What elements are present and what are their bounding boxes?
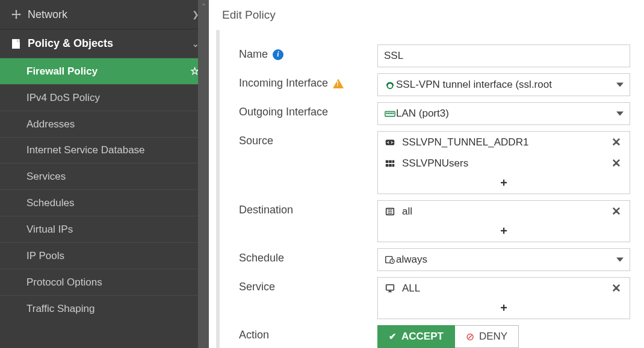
addr-range-icon bbox=[384, 138, 396, 147]
outgoing-interface-select[interactable]: LAN (port3) bbox=[377, 102, 630, 125]
addr-all-icon bbox=[384, 207, 396, 216]
sidebar-label-policy-objects: Policy & Objects bbox=[28, 37, 192, 50]
svg-rect-14 bbox=[392, 163, 395, 166]
incoming-interface-select[interactable]: SSL-VPN tunnel interface (ssl.root bbox=[377, 73, 630, 96]
svg-rect-13 bbox=[389, 163, 392, 166]
label-outgoing-interface: Outgoing Interface bbox=[239, 102, 377, 118]
remove-icon[interactable]: ✕ bbox=[609, 156, 624, 170]
schedule-select[interactable]: always bbox=[377, 248, 630, 271]
destination-box[interactable]: all ✕ + bbox=[377, 200, 630, 242]
row-service: Service ALL ✕ + bbox=[239, 277, 638, 319]
sidebar-label-network: Network bbox=[28, 8, 192, 21]
sidebar-item-ipv4-dos-policy[interactable]: IPv4 DoS Policy bbox=[0, 84, 209, 111]
caret-down-icon bbox=[616, 83, 624, 87]
info-icon[interactable]: i bbox=[273, 49, 283, 60]
row-destination: Destination all ✕ + bbox=[239, 200, 638, 242]
action-toggle: ACCEPT ⊘ DENY bbox=[377, 325, 630, 348]
move-icon bbox=[8, 10, 24, 19]
add-service[interactable]: + bbox=[378, 299, 630, 319]
group-icon bbox=[384, 159, 396, 168]
sidebar-item-services[interactable]: Services bbox=[0, 163, 209, 189]
svg-point-1 bbox=[388, 83, 393, 88]
svg-rect-12 bbox=[386, 163, 389, 166]
sidebar-item-policy-objects[interactable]: Policy & Objects ⌄ bbox=[0, 29, 209, 58]
label-destination: Destination bbox=[239, 200, 377, 216]
source-item-0[interactable]: SSLVPN_TUNNEL_ADDR1 ✕ bbox=[378, 132, 630, 153]
svg-rect-3 bbox=[386, 112, 388, 114]
sidebar-item-firewall-policy[interactable]: Firewall Policy ☆ bbox=[0, 58, 209, 84]
sidebar-item-virtual-ips[interactable]: Virtual IPs bbox=[0, 216, 209, 242]
ssl-tunnel-icon bbox=[384, 80, 396, 90]
caret-down-icon bbox=[616, 258, 624, 262]
row-outgoing-interface: Outgoing Interface LAN (port3) bbox=[239, 102, 638, 125]
sidebar-item-protocol-options[interactable]: Protocol Options bbox=[0, 269, 209, 295]
service-item-0[interactable]: ALL ✕ bbox=[378, 278, 630, 299]
remove-icon[interactable]: ✕ bbox=[609, 204, 624, 218]
svg-rect-21 bbox=[386, 284, 394, 290]
sidebar-item-schedules[interactable]: Schedules bbox=[0, 189, 209, 216]
sidebar-item-network[interactable]: Network ❯ bbox=[0, 0, 209, 29]
sidebar-scroll[interactable]: ⌃ bbox=[198, 0, 209, 348]
svg-rect-9 bbox=[386, 160, 389, 163]
svg-rect-10 bbox=[389, 160, 392, 163]
service-all-icon bbox=[384, 284, 396, 293]
clock-icon bbox=[384, 255, 396, 264]
source-box[interactable]: SSLVPN_TUNNEL_ADDR1 ✕ SSLVPNUsers ✕ bbox=[377, 131, 630, 194]
svg-rect-6 bbox=[391, 112, 392, 114]
svg-rect-5 bbox=[389, 112, 391, 114]
label-action: Action bbox=[239, 325, 377, 341]
page-title: Edit Policy bbox=[209, 0, 644, 30]
row-name: Name i bbox=[239, 44, 638, 67]
label-name: Name i bbox=[239, 44, 377, 61]
row-incoming-interface: Incoming Interface SSL-VPN tunnel interf… bbox=[239, 73, 638, 96]
deny-icon: ⊘ bbox=[466, 331, 474, 343]
check-icon bbox=[389, 331, 397, 343]
sidebar: ⌃ Network ❯ Policy & Objects ⌄ Firewall … bbox=[0, 0, 209, 348]
action-accept-button[interactable]: ACCEPT bbox=[377, 325, 455, 348]
svg-rect-4 bbox=[388, 112, 389, 114]
destination-item-0[interactable]: all ✕ bbox=[378, 201, 630, 222]
add-source[interactable]: + bbox=[378, 174, 630, 194]
service-box[interactable]: ALL ✕ + bbox=[377, 277, 630, 319]
sidebar-item-isdb[interactable]: Internet Service Database bbox=[0, 137, 209, 163]
sidebar-item-ip-pools[interactable]: IP Pools bbox=[0, 242, 209, 269]
remove-icon[interactable]: ✕ bbox=[609, 135, 624, 149]
svg-rect-7 bbox=[393, 112, 394, 114]
form: Name i Incoming Interface SSL-VPN tunnel… bbox=[216, 30, 644, 348]
remove-icon[interactable]: ✕ bbox=[609, 281, 624, 295]
sidebar-item-traffic-shaping[interactable]: Traffic Shaping bbox=[0, 295, 209, 322]
label-schedule: Schedule bbox=[239, 248, 377, 264]
main-content: Edit Policy Name i Incoming Interface bbox=[209, 0, 644, 348]
sidebar-item-addresses[interactable]: Addresses bbox=[0, 111, 209, 137]
label-incoming-interface: Incoming Interface bbox=[239, 73, 377, 90]
caret-down-icon bbox=[616, 112, 624, 116]
source-item-1[interactable]: SSLVPNUsers ✕ bbox=[378, 153, 630, 174]
row-schedule: Schedule always bbox=[239, 248, 638, 271]
label-service: Service bbox=[239, 277, 377, 293]
action-deny-button[interactable]: ⊘ DENY bbox=[455, 325, 519, 348]
name-input[interactable] bbox=[377, 44, 630, 67]
switch-icon bbox=[384, 109, 396, 118]
label-source: Source bbox=[239, 131, 377, 147]
row-source: Source SSLVPN_TUNNEL_ADDR1 ✕ bbox=[239, 131, 638, 194]
add-destination[interactable]: + bbox=[378, 222, 630, 242]
svg-rect-11 bbox=[392, 160, 395, 163]
warning-icon[interactable] bbox=[333, 79, 344, 88]
policy-icon bbox=[8, 38, 24, 49]
row-action: Action ACCEPT ⊘ DENY bbox=[239, 325, 638, 348]
